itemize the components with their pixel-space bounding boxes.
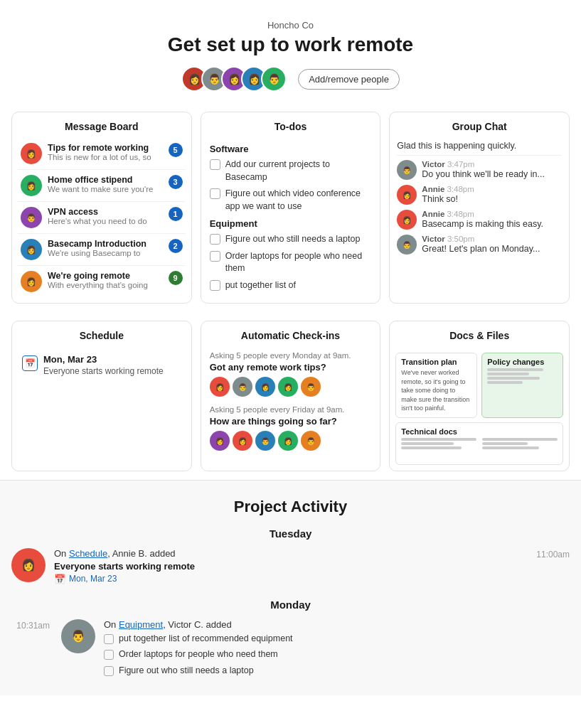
header: Honcho Co Get set up to work remote 👩 👨 … [0, 0, 581, 103]
group-chat-title: Group Chat [390, 112, 569, 138]
todo-checkbox[interactable] [104, 666, 114, 676]
schedule-event[interactable]: 📅 Mon, Mar 23 Everyone starts working re… [22, 354, 181, 376]
message-content: Home office stipend We want to make sure… [48, 175, 163, 193]
group-chat-panel: Group Chat Glad this is happening quickl… [389, 112, 570, 304]
schedule-content: 📅 Mon, Mar 23 Everyone starts working re… [12, 347, 191, 383]
doc-transition-plan[interactable]: Transition plan We've never worked remot… [395, 353, 477, 418]
doc-technical-docs[interactable]: Technical docs [395, 422, 563, 465]
message-list: 👩 Tips for remote working This is new fo… [12, 138, 191, 303]
message-content: VPN access Here's what you need to do [48, 207, 163, 225]
todo-checkbox[interactable] [210, 280, 220, 291]
checkins-title: Automatic Check-ins [201, 321, 380, 347]
avatar: 👨 [255, 431, 275, 451]
company-name: Honcho Co [14, 20, 567, 31]
message-board-title: Message Board [12, 112, 191, 138]
avatar[interactable]: 👨 [261, 66, 287, 92]
avatar: 👩 [278, 431, 298, 451]
doc-title: Policy changes [487, 358, 558, 366]
project-activity-section: Project Activity Tuesday 👩 On Schedule, … [0, 480, 581, 696]
checkin-question: How are things going so far? [210, 416, 372, 427]
avatar: 👩 [21, 271, 42, 292]
doc-col [482, 438, 558, 449]
message-preview: This is new for a lot of us, so [48, 153, 163, 161]
todo-checkbox[interactable] [210, 234, 220, 245]
todo-text: Add our current projects to Basecamp [225, 159, 372, 183]
activity-todos: put together list of recommended equipme… [104, 633, 570, 678]
event-description: Everyone starts working remote [43, 366, 164, 376]
activity-title: Project Activity [11, 498, 570, 516]
docs-files-panel: Docs & Files Transition plan We've never… [389, 321, 570, 471]
list-item[interactable]: 👩 Tips for remote working This is new fo… [18, 138, 186, 170]
chat-content: Glad this is happening quickly. 👨 Victor… [390, 138, 569, 265]
todo-checkbox[interactable] [210, 251, 220, 262]
unread-badge: 5 [169, 143, 183, 157]
activity-left-content: 👩 On Schedule, Annie B. added Everyone s… [11, 548, 520, 584]
list-item[interactable]: 👩 Basecamp Introduction We're using Base… [18, 234, 186, 266]
todos-title: To-dos [201, 112, 380, 138]
activity-day-tuesday: Tuesday [11, 528, 570, 540]
activity-info: On Schedule, Annie B. added Everyone sta… [54, 548, 520, 584]
checkins-panel: Automatic Check-ins Asking 5 people ever… [201, 321, 381, 471]
todo-item[interactable]: Order laptops for people who need them [210, 250, 372, 275]
doc-policy-changes[interactable]: Policy changes [481, 353, 563, 418]
chat-message: 👨 Victor 3:47pm Do you think we'll be re… [397, 160, 562, 180]
checkin-block: Asking 5 people every Monday at 9am. Got… [210, 351, 372, 397]
activity-avatar: 👨 [61, 619, 95, 653]
chat-text-block: Victor 3:50pm Great! Let's plan on Monda… [422, 235, 540, 254]
todo-checkbox[interactable] [104, 650, 114, 660]
chat-message: 👩 Annie 3:48pm Basecamp is making this e… [397, 210, 562, 230]
chat-author-line: Annie 3:48pm [422, 210, 543, 218]
todo-item[interactable]: Figure out which video conference app we… [210, 188, 372, 213]
activity-time-monday: 10:31am [11, 619, 61, 631]
list-item[interactable]: 👩 Home office stipend We want to make su… [18, 170, 186, 202]
avatar: 👩 [21, 143, 42, 164]
message-title: VPN access [48, 207, 163, 217]
todo-item[interactable]: Figure out who still needs a laptop [210, 233, 372, 246]
todos-content: Software Add our current projects to Bas… [201, 144, 380, 303]
chat-message: 👩 Annie 3:48pm Think so! [397, 185, 562, 205]
docs-content: Transition plan We've never worked remot… [390, 347, 569, 471]
unread-badge: 9 [169, 271, 183, 285]
todo-section-software: Software [210, 144, 372, 154]
message-title: Tips for remote working [48, 143, 163, 153]
activity-link-schedule[interactable]: Schedule [69, 548, 107, 559]
list-item[interactable]: 👨 VPN access Here's what you need to do … [18, 202, 186, 234]
todo-text: put together list of [225, 279, 296, 292]
unread-badge: 1 [169, 207, 183, 221]
todo-item[interactable]: put together list of [210, 279, 372, 292]
chat-message: 👨 Victor 3:50pm Great! Let's plan on Mon… [397, 235, 562, 255]
checkins-content: Asking 5 people every Monday at 9am. Got… [201, 347, 380, 466]
list-item[interactable]: 👩 We're going remote With everything tha… [18, 266, 186, 297]
message-title: Basecamp Introduction [48, 239, 163, 249]
todo-text: put together list of recommended equipme… [119, 633, 293, 646]
activity-time: 11:00am [520, 548, 570, 560]
activity-tuesday-row: 👩 On Schedule, Annie B. added Everyone s… [11, 548, 570, 584]
doc-col [401, 438, 476, 449]
panels-grid-top: Message Board 👩 Tips for remote working … [0, 103, 581, 312]
message-title: Home office stipend [48, 175, 163, 185]
calendar-icon: 📅 [54, 574, 65, 584]
activity-link-equipment[interactable]: Equipment [119, 619, 163, 630]
todo-section-equipment: Equipment [210, 218, 372, 229]
message-preview: We're using Basecamp to [48, 249, 163, 257]
activity-info: On Equipment, Victor C. added put togeth… [104, 619, 570, 682]
todo-checkbox[interactable] [104, 634, 114, 644]
calendar-icon: 📅 [22, 355, 38, 371]
event-date: Mon, Mar 23 [43, 354, 164, 365]
chat-author-line: Victor 3:47pm [422, 160, 545, 168]
todo-item[interactable]: Add our current projects to Basecamp [210, 159, 372, 183]
doc-lines [487, 368, 558, 384]
avatar: 👨 [301, 377, 321, 397]
add-remove-people-button[interactable]: Add/remove people [298, 69, 400, 90]
activity-todo-item: Order laptops for people who need them [104, 648, 570, 661]
todo-checkbox[interactable] [210, 188, 220, 199]
avatar: 👩 [21, 239, 42, 260]
activity-avatar: 👩 [11, 548, 46, 582]
doc-title: Technical docs [401, 427, 558, 436]
chat-message-text: Great! Let's plan on Monday... [422, 244, 540, 254]
activity-description: On Schedule, Annie B. added [54, 548, 520, 559]
message-content: Basecamp Introduction We're using Baseca… [48, 239, 163, 257]
avatar: 👨 [21, 207, 42, 228]
todo-checkbox[interactable] [210, 159, 220, 170]
avatar: 👩 [278, 377, 298, 397]
